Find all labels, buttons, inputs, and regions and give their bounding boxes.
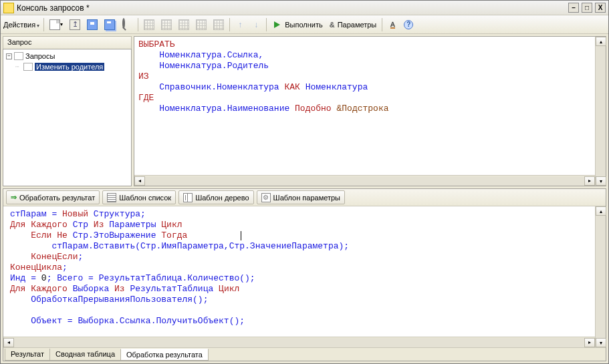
query-tree-pane: Запрос − Запросы ┈ Изменить родителя xyxy=(3,36,132,186)
result-processing-pane: Обработать результат Шаблон список Шабло… xyxy=(3,188,606,361)
saveall-icon xyxy=(104,19,115,30)
query-editor[interactable]: ВЫБРАТЬ Номенклатура.Ссылка, Номенклатур… xyxy=(134,37,595,175)
result-tabs: Результат Сводная таблица Обработка резу… xyxy=(3,347,606,361)
grid4-button[interactable] xyxy=(193,17,209,32)
minimize-button[interactable]: – xyxy=(568,3,579,13)
h-scrollbar[interactable]: ◂▸ xyxy=(134,175,595,186)
lower-toolbar: Обработать результат Шаблон список Шабло… xyxy=(3,189,606,206)
template-list-button[interactable]: Шаблон список xyxy=(102,190,176,204)
document-icon xyxy=(49,19,60,30)
tree-item-change-parent[interactable]: ┈ Изменить родителя xyxy=(5,61,130,72)
open-button[interactable] xyxy=(67,17,83,32)
grid5-button[interactable] xyxy=(211,17,227,32)
code-editor[interactable]: стПарам = Новый Структура; Для Каждого С… xyxy=(3,206,595,337)
list-icon xyxy=(107,193,116,202)
main-toolbar: Действия ▾ ↑ ↓ Выполнить &Параметры A̲ ? xyxy=(1,15,608,34)
down-button[interactable]: ↓ xyxy=(249,17,263,32)
arrow-up-icon: ↑ xyxy=(238,20,242,29)
save-button[interactable] xyxy=(84,17,100,32)
save-icon xyxy=(87,19,98,30)
play-icon xyxy=(274,21,280,28)
find-button[interactable] xyxy=(119,17,135,32)
tab-pivot[interactable]: Сводная таблица xyxy=(49,349,121,361)
actions-menu[interactable]: Действия xyxy=(3,21,39,29)
run-icon xyxy=(11,193,17,202)
execute-button[interactable]: Выполнить xyxy=(269,17,325,32)
abc-icon: A̲ xyxy=(390,21,395,28)
tab-result[interactable]: Результат xyxy=(5,349,50,361)
process-result-button[interactable]: Обработать результат xyxy=(6,190,100,204)
grid-icon xyxy=(144,19,154,30)
folder-icon xyxy=(14,52,23,60)
grid-icon xyxy=(161,19,172,30)
h-scrollbar-lower[interactable]: ◂▸ xyxy=(3,337,595,347)
app-icon xyxy=(3,3,14,13)
grid-icon xyxy=(178,19,189,30)
open-icon xyxy=(70,19,80,30)
template-params-button[interactable]: Шаблон параметры xyxy=(257,190,345,204)
titlebar[interactable]: Консоль запросов * – □ X xyxy=(1,1,608,15)
template-tree-button[interactable]: Шаблон дерево xyxy=(178,190,253,204)
v-scrollbar-lower[interactable]: ▴▾ xyxy=(595,206,606,347)
window-title: Консоль запросов * xyxy=(17,3,568,13)
tree-root[interactable]: − Запросы xyxy=(5,51,130,61)
query-text-pane: ВЫБРАТЬ Номенклатура.Ссылка, Номенклатур… xyxy=(134,36,606,186)
grid-icon xyxy=(213,19,224,30)
grid-icon xyxy=(196,19,207,30)
help-icon: ? xyxy=(404,20,413,29)
saveall-button[interactable] xyxy=(102,17,118,32)
tree-header: Запрос xyxy=(3,36,132,49)
collapse-icon[interactable]: − xyxy=(6,53,12,59)
tree-icon xyxy=(183,193,193,202)
arrow-down-icon: ↓ xyxy=(254,20,258,29)
params-button[interactable]: &Параметры xyxy=(327,17,380,32)
v-scrollbar[interactable]: ▴▾ xyxy=(595,37,606,186)
up-button[interactable]: ↑ xyxy=(233,17,247,32)
new-button[interactable]: ▾ xyxy=(47,17,66,32)
grid1-button[interactable] xyxy=(141,17,157,32)
close-button[interactable]: X xyxy=(595,3,606,13)
query-icon xyxy=(23,63,33,71)
params-icon xyxy=(261,193,271,202)
query-tree[interactable]: − Запросы ┈ Изменить родителя xyxy=(3,49,132,186)
grid2-button[interactable] xyxy=(158,17,174,32)
grid3-button[interactable] xyxy=(176,17,192,32)
magnifier-icon xyxy=(122,18,125,29)
syntax-button[interactable]: A̲ xyxy=(385,17,400,32)
leaf-icon: ┈ xyxy=(15,63,21,70)
maximize-button[interactable]: □ xyxy=(582,3,592,13)
tab-processing[interactable]: Обработка результата xyxy=(120,349,209,361)
query-console-window: Консоль запросов * – □ X Действия ▾ ↑ ↓ … xyxy=(0,0,609,364)
help-button[interactable]: ? xyxy=(401,17,416,32)
